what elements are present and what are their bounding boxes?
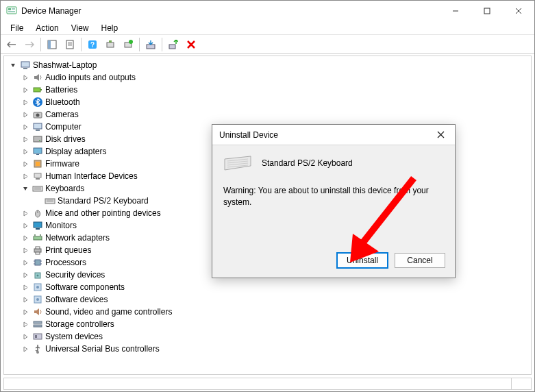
svg-rect-68 [34, 334, 42, 339]
monitor-icon [32, 220, 43, 231]
twisty-icon[interactable] [8, 60, 18, 70]
forward-icon[interactable] [21, 36, 38, 53]
svg-point-51 [40, 234, 41, 236]
scan-hardware-icon[interactable] [102, 36, 119, 53]
dialog-title: Uninstall Device [219, 130, 278, 140]
menu-view[interactable]: View [66, 22, 95, 34]
bluetooth-icon [32, 97, 43, 108]
twisty-icon[interactable] [21, 97, 30, 107]
tree-root[interactable]: Shashwat-Laptop [8, 59, 531, 71]
svg-point-63 [36, 286, 39, 289]
tree-node-camera[interactable]: Cameras [8, 108, 531, 121]
tree-node-storage[interactable]: Storage controllers [8, 318, 531, 330]
tree-leaf-label: Standard PS/2 Keyboard [58, 196, 149, 206]
help-icon[interactable]: ? [84, 36, 101, 53]
tree-node-label: Storage controllers [45, 319, 114, 329]
tree-node-system[interactable]: System devices [8, 330, 531, 343]
computer-icon [32, 121, 43, 132]
twisty-icon[interactable] [21, 344, 30, 354]
twisty-icon[interactable] [21, 245, 30, 255]
twisty-icon[interactable] [21, 110, 30, 119]
tree-node-audio[interactable]: Audio inputs and outputs [8, 71, 531, 84]
svg-rect-9 [48, 40, 51, 49]
maximize-button[interactable] [471, 1, 503, 21]
tree-node-software[interactable]: Software components [8, 281, 531, 293]
menu-file[interactable]: File [5, 22, 29, 34]
dialog-titlebar: Uninstall Device [212, 125, 455, 145]
tree-node-label: Batteries [45, 85, 77, 95]
tree-node-label: Firmware [45, 159, 79, 169]
close-button[interactable] [503, 1, 534, 21]
svg-rect-21 [169, 45, 175, 49]
keyboard-icon [32, 183, 43, 194]
svg-rect-23 [23, 68, 27, 69]
menu-help[interactable]: Help [96, 22, 124, 34]
tree-node-label: Security devices [45, 270, 105, 280]
uninstall-button[interactable]: Uninstall [337, 253, 388, 268]
svg-rect-37 [34, 173, 41, 177]
twisty-icon[interactable] [21, 307, 30, 317]
svg-rect-38 [36, 178, 40, 180]
firmware-icon [32, 158, 43, 169]
twisty-icon[interactable] [21, 73, 30, 82]
twisty-icon[interactable] [21, 122, 30, 132]
svg-rect-55 [35, 260, 40, 265]
tree-node-label: Software components [45, 282, 125, 292]
show-hidden-icon[interactable] [44, 36, 60, 53]
svg-rect-22 [21, 62, 29, 67]
twisty-icon[interactable] [21, 85, 30, 95]
tree-node-software[interactable]: Software devices [8, 293, 531, 306]
hid-icon [32, 171, 43, 182]
tree-node-battery[interactable]: Batteries [8, 84, 531, 96]
back-icon[interactable] [3, 36, 20, 53]
svg-point-19 [129, 40, 133, 44]
svg-rect-54 [36, 252, 40, 254]
svg-rect-30 [36, 130, 40, 131]
menu-action[interactable]: Action [30, 22, 64, 34]
svg-rect-36 [36, 162, 40, 166]
svg-rect-34 [36, 154, 39, 155]
disk-icon [32, 134, 43, 145]
software-icon [32, 282, 43, 293]
twisty-icon[interactable] [21, 134, 30, 144]
twisty-icon[interactable] [21, 171, 30, 181]
tree-node-sound[interactable]: Sound, video and game controllers [8, 306, 531, 318]
tree-node-label: Software devices [45, 295, 108, 304]
tree-root-label: Shashwat-Laptop [33, 60, 97, 70]
tree-node-label: Mice and other pointing devices [45, 208, 161, 218]
window-titlebar: Device Manager [1, 1, 534, 21]
twisty-icon[interactable] [21, 184, 30, 193]
twisty-icon[interactable] [21, 147, 30, 156]
tree-node-usb[interactable]: Universal Serial Bus controllers [8, 343, 531, 355]
twisty-icon[interactable] [21, 319, 30, 329]
svg-rect-47 [34, 222, 42, 228]
enable-icon[interactable] [120, 36, 136, 53]
uninstall-icon[interactable] [165, 36, 182, 53]
dialog-close-button[interactable] [430, 125, 451, 145]
tree-node-label: Audio inputs and outputs [45, 73, 136, 82]
tree-node-label: Bluetooth [45, 97, 80, 107]
twisty-icon[interactable] [21, 332, 30, 341]
cancel-button[interactable]: Cancel [395, 253, 445, 268]
software-icon [32, 294, 43, 305]
tree-node-label: Monitors [45, 221, 77, 230]
tree-node-label: Disk drives [45, 134, 86, 144]
twisty-spacer [33, 196, 42, 206]
properties-icon[interactable] [62, 36, 78, 53]
update-driver-icon[interactable] [142, 36, 159, 53]
menubar: File Action View Help [1, 21, 534, 35]
twisty-icon[interactable] [21, 295, 30, 304]
twisty-icon[interactable] [21, 208, 30, 218]
twisty-icon[interactable] [21, 282, 30, 292]
svg-point-28 [36, 114, 40, 117]
delete-icon[interactable] [183, 36, 199, 53]
twisty-icon[interactable] [21, 221, 30, 230]
twisty-icon[interactable] [21, 159, 30, 169]
svg-rect-49 [34, 236, 42, 240]
twisty-icon[interactable] [21, 258, 30, 267]
minimize-button[interactable] [440, 1, 471, 21]
twisty-icon[interactable] [21, 270, 30, 280]
tree-node-label: Cameras [45, 110, 79, 119]
twisty-icon[interactable] [21, 233, 30, 243]
tree-node-bluetooth[interactable]: Bluetooth [8, 96, 531, 108]
